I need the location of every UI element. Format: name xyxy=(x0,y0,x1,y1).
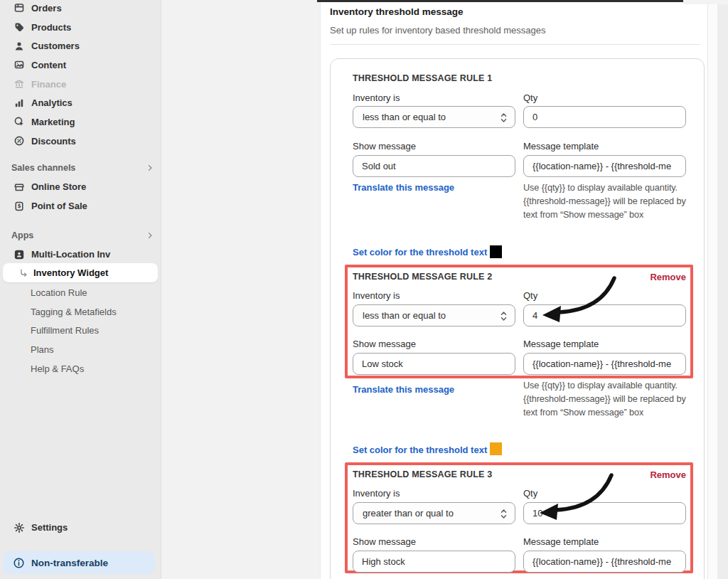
rule2-template-input[interactable] xyxy=(523,353,686,375)
chevron-right-icon xyxy=(146,164,154,172)
point-of-sale-icon: $ xyxy=(14,201,25,212)
rule3-remove-link[interactable]: Remove xyxy=(569,469,686,480)
sidebar-item-analytics[interactable]: Analytics xyxy=(0,93,161,112)
rule1-inventory-select[interactable]: less than or equal to xyxy=(353,106,515,128)
rule1-template-input[interactable] xyxy=(523,155,686,177)
sales-channels-list: Online Store $ Point of Sale xyxy=(0,177,161,216)
top-edge-strip xyxy=(317,0,683,2)
sidebar-item-label: Finance xyxy=(31,79,66,90)
sidebar-item-label: Inventory Widget xyxy=(33,267,108,278)
sidebar-item-online-store[interactable]: Online Store xyxy=(0,177,161,196)
rule2-show-message-label: Show message xyxy=(353,339,416,349)
rule2-template-label: Message template xyxy=(523,339,599,349)
analytics-icon xyxy=(14,97,25,109)
sidebar: Orders Products Customers Content xyxy=(0,0,161,579)
sidebar-item-marketing[interactable]: Marketing xyxy=(0,112,161,132)
sidebar-item-label: Fulfillment Rules xyxy=(31,325,99,336)
sidebar-item-point-of-sale[interactable]: $ Point of Sale xyxy=(0,196,161,216)
app-window: Orders Products Customers Content xyxy=(0,0,728,579)
info-icon xyxy=(13,557,25,569)
rule1-color-swatch[interactable] xyxy=(490,245,502,258)
sidebar-item-tagging-metafields[interactable]: Tagging & Metafields xyxy=(0,302,161,322)
rule1-heading: THRESHOLD MESSAGE RULE 1 xyxy=(353,73,493,83)
rule3-inventory-select[interactable]: greater than or qual to xyxy=(353,502,515,524)
page-scroll-area[interactable] xyxy=(717,0,728,579)
non-transferable-badge[interactable]: Non-transferable xyxy=(3,551,155,574)
rule1-show-message-input[interactable] xyxy=(353,155,515,177)
sidebar-item-label: Orders xyxy=(31,3,62,14)
sidebar-item-label: Help & FAQs xyxy=(31,363,84,374)
section-apps[interactable]: Apps xyxy=(0,226,161,245)
select-updown-icon xyxy=(499,112,508,124)
sidebar-item-fulfillment-rules[interactable]: Fulfillment Rules xyxy=(0,321,161,340)
divider xyxy=(330,44,700,45)
sidebar-item-products[interactable]: Products xyxy=(0,18,161,37)
rule2-color-swatch[interactable] xyxy=(490,442,502,455)
rule2-qty-input[interactable] xyxy=(523,304,686,326)
customers-icon xyxy=(14,41,25,52)
sidebar-item-label: Customers xyxy=(31,41,80,51)
discounts-icon xyxy=(14,135,25,147)
rule2-heading: THRESHOLD MESSAGE RULE 2 xyxy=(353,272,493,282)
orders-icon xyxy=(14,2,25,14)
section-label: Sales channels xyxy=(11,163,75,173)
rule3-inventory-label: Inventory is xyxy=(353,488,400,499)
online-store-icon xyxy=(14,181,25,193)
app-icon xyxy=(14,249,25,260)
sidebar-item-label: Discounts xyxy=(31,136,76,147)
rule3-template-input[interactable] xyxy=(523,551,686,573)
sidebar-item-label: Marketing xyxy=(31,117,75,127)
rule1-qty-label: Qty xyxy=(523,92,537,103)
sidebar-item-label: Tagging & Metafields xyxy=(31,307,117,317)
panel-gutter xyxy=(707,0,717,579)
sidebar-item-label: Location Rule xyxy=(31,287,87,298)
sidebar-item-label: Settings xyxy=(31,522,68,533)
rule1-template-label: Message template xyxy=(523,141,599,152)
section-sales-channels[interactable]: Sales channels xyxy=(0,159,161,177)
sidebar-item-discounts[interactable]: Discounts xyxy=(0,132,161,151)
sidebar-item-inventory-widget[interactable]: Inventory Widget xyxy=(3,263,158,282)
rule2-qty-label: Qty xyxy=(523,290,537,301)
sidebar-item-customers[interactable]: Customers xyxy=(0,36,161,55)
sidebar-item-label: Multi-Location Inv xyxy=(31,249,110,260)
rule2-helper-text: Use {{qty}} to display available quantit… xyxy=(523,379,695,420)
rule3-qty-input[interactable] xyxy=(523,502,686,524)
sub-arrow-icon xyxy=(18,268,28,278)
sidebar-item-content[interactable]: Content xyxy=(0,55,161,75)
content-icon xyxy=(14,59,25,70)
rule2-remove-link[interactable]: Remove xyxy=(569,272,686,282)
gear-icon xyxy=(14,522,25,533)
rule2-inventory-label: Inventory is xyxy=(353,290,400,301)
app-subnav: Location Rule Tagging & Metafields Fulfi… xyxy=(0,283,161,378)
sidebar-item-label: Content xyxy=(31,60,66,70)
select-updown-icon xyxy=(499,508,508,520)
sidebar-item-multi-location-inv[interactable]: Multi-Location Inv xyxy=(0,245,161,264)
sidebar-item-label: Products xyxy=(31,22,71,33)
rule2-set-color-link[interactable]: Set color for the threshold text xyxy=(353,445,487,455)
rule2-translate-link[interactable]: Translate this message xyxy=(353,384,454,395)
rule1-inventory-label: Inventory is xyxy=(353,92,400,103)
rule3-show-message-input[interactable] xyxy=(353,551,515,573)
rule3-qty-label: Qty xyxy=(523,488,537,499)
rule3-heading: THRESHOLD MESSAGE RULE 3 xyxy=(353,469,493,479)
select-updown-icon xyxy=(499,310,508,322)
sidebar-item-label: Plans xyxy=(31,344,54,355)
sidebar-item-settings[interactable]: Settings xyxy=(0,518,161,537)
sidebar-item-finance[interactable]: Finance xyxy=(0,75,161,94)
rule1-qty-input[interactable] xyxy=(523,106,686,128)
rule3-show-message-label: Show message xyxy=(353,536,416,547)
products-icon xyxy=(14,21,25,33)
sidebar-item-location-rule[interactable]: Location Rule xyxy=(0,283,161,302)
select-value: less than or equal to xyxy=(363,310,446,321)
sidebar-item-orders[interactable]: Orders xyxy=(0,0,161,18)
page-subtitle: Set up rules for inventory based thresho… xyxy=(330,25,546,36)
rule2-show-message-input[interactable] xyxy=(353,353,515,375)
rule1-translate-link[interactable]: Translate this message xyxy=(353,182,454,193)
svg-text:$: $ xyxy=(17,203,21,209)
rule1-set-color-link[interactable]: Set color for the threshold text xyxy=(353,247,487,257)
sidebar-item-plans[interactable]: Plans xyxy=(0,340,161,359)
sidebar-item-help-faqs[interactable]: Help & FAQs xyxy=(0,359,161,378)
top-corner-strip xyxy=(683,0,728,4)
badge-label: Non-transferable xyxy=(31,558,108,568)
rule2-inventory-select[interactable]: less than or equal to xyxy=(353,304,515,326)
